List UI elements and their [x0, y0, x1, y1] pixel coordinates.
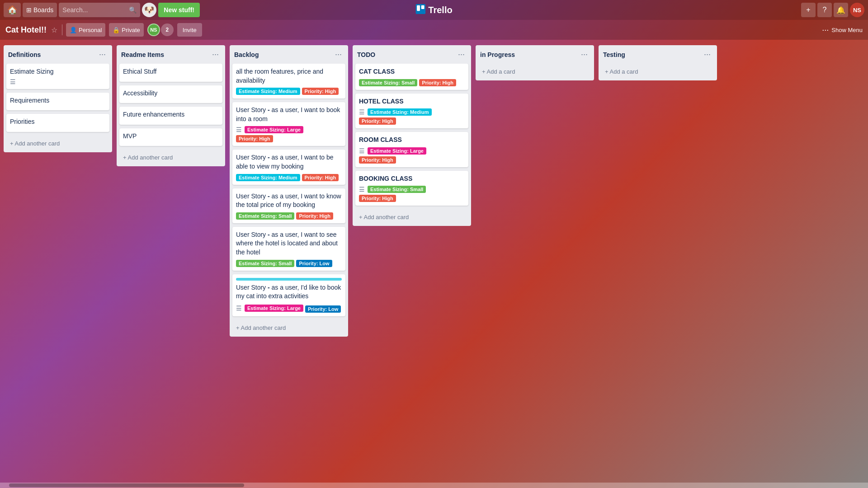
badge-priority-high: Priority: High	[302, 88, 339, 95]
column-cards-backlog: all the room features, price and availab…	[230, 64, 348, 320]
column-title-testing: Testing	[603, 51, 625, 58]
badge-estimate-small: Estimate Sizing: Small	[368, 186, 426, 193]
invite-button[interactable]: Invite	[177, 23, 202, 37]
column-inprogress: in Progress ··· + Add a card	[476, 45, 594, 80]
dog-avatar[interactable]: 🐶	[142, 3, 156, 17]
boards-button[interactable]: ⊞ Boards	[23, 3, 57, 17]
column-menu-testing[interactable]: ···	[702, 49, 712, 60]
badge-priority-high: Priority: High	[236, 135, 273, 142]
add-card-button-todo[interactable]: + Add another card	[355, 211, 468, 223]
person-icon: 👤	[70, 27, 77, 33]
card-accessibility[interactable]: Accessibility	[119, 85, 222, 103]
card-title: Estimate Sizing	[10, 67, 106, 76]
badge-estimate-large: Estimate Sizing: Large	[245, 305, 303, 312]
column-menu-inprogress[interactable]: ···	[579, 49, 590, 60]
trello-text: Trello	[428, 5, 452, 15]
add-card-button-testing[interactable]: + Add a card	[601, 66, 714, 78]
horizontal-scrollbar[interactable]	[0, 483, 868, 488]
card-cat-class[interactable]: CAT CLASS Estimate Sizing: Small Priorit…	[355, 64, 468, 90]
board-content: Definitions ··· Estimate Sizing ☰ Requir…	[0, 40, 868, 488]
card-estimate-sizing[interactable]: Estimate Sizing ☰	[6, 64, 109, 89]
column-menu-readme[interactable]: ···	[210, 49, 221, 60]
card-book-room[interactable]: User Story - as a user, I want to book i…	[232, 102, 345, 146]
visibility-button[interactable]: 👤 Personal	[66, 23, 105, 37]
card-title: User Story - as a user, I want to see wh…	[236, 230, 342, 257]
scrollbar-thumb	[9, 483, 244, 487]
badge-estimate-medium: Estimate Sizing: Medium	[236, 174, 300, 181]
member-avatars: NS 2	[147, 23, 174, 36]
badge-estimate-small: Estimate Sizing: Small	[236, 212, 294, 220]
privacy-button[interactable]: 🔒 Private	[109, 23, 143, 37]
boards-label: Boards	[33, 6, 53, 14]
badge-priority-high: Priority: High	[359, 117, 396, 125]
column-header-backlog: Backlog ···	[230, 45, 348, 64]
desc-icon: ☰	[359, 147, 365, 155]
column-title-inprogress: in Progress	[480, 51, 515, 58]
privacy-label: Private	[122, 27, 140, 33]
card-title: HOTEL CLASS	[359, 97, 465, 106]
notifications-button[interactable]: 🔔	[834, 3, 848, 17]
card-badges: Estimate Sizing: Small Priority: High	[236, 212, 342, 220]
card-future-enhancements[interactable]: Future enhancements	[119, 107, 222, 125]
home-button[interactable]: 🏠	[4, 3, 21, 17]
column-menu-backlog[interactable]: ···	[333, 49, 344, 60]
card-total-price[interactable]: User Story - as a user, I want to know t…	[232, 188, 345, 223]
board-title: Cat Hotel!!	[5, 25, 47, 35]
lock-icon: 🔒	[113, 27, 120, 33]
user-avatar[interactable]: NS	[850, 3, 864, 17]
nav-right: + ? 🔔 NS	[801, 3, 864, 17]
visibility-label: Personal	[79, 27, 102, 33]
star-button[interactable]: ☆	[50, 25, 58, 35]
new-stuff-button[interactable]: New stuff!	[158, 3, 200, 17]
column-title-definitions: Definitions	[8, 51, 41, 58]
column-cards-readme: Ethical Stuff Accessibility Future enhan…	[117, 64, 225, 150]
card-booking-class[interactable]: BOOKING CLASS ☰ Estimate Sizing: Small P…	[355, 171, 468, 206]
card-mvp[interactable]: MVP	[119, 128, 222, 146]
badge-estimate-medium: Estimate Sizing: Medium	[236, 88, 300, 95]
member-avatar-1[interactable]: NS	[147, 23, 160, 36]
column-header-readme: Readme Items ···	[117, 45, 225, 64]
show-menu-label: Show Menu	[831, 27, 863, 33]
badge-priority-low: Priority: Low	[305, 305, 341, 313]
add-card-button-readme[interactable]: + Add another card	[119, 151, 222, 164]
info-button[interactable]: ?	[817, 3, 832, 17]
desc-icon: ☰	[10, 78, 106, 85]
add-card-button-definitions[interactable]: + Add another card	[6, 137, 109, 150]
top-nav: 🏠 ⊞ Boards 🔍 🐶 New stuff! Trello + ? 🔔 N…	[0, 0, 868, 20]
card-hotel-location[interactable]: User Story - as a user, I want to see wh…	[232, 227, 345, 271]
boards-icon: ⊞	[26, 6, 32, 14]
svg-rect-2	[421, 5, 425, 9]
column-cards-todo: CAT CLASS Estimate Sizing: Small Priorit…	[353, 64, 471, 209]
card-title: Future enhancements	[123, 110, 219, 119]
column-backlog: Backlog ··· all the room features, price…	[230, 45, 348, 337]
column-header-inprogress: in Progress ···	[476, 45, 594, 64]
card-title: Requirements	[10, 96, 106, 105]
show-menu-button[interactable]: Show Menu	[831, 27, 863, 33]
column-title-todo: TODO	[357, 51, 375, 58]
member-count: 2	[161, 23, 174, 36]
card-badges: Estimate Sizing: Small Priority: Low	[236, 260, 342, 267]
card-view-booking[interactable]: User Story - as a user, I want to be abl…	[232, 150, 345, 184]
card-title: User Story - as a user, I want to be abl…	[236, 153, 342, 171]
add-card-button-inprogress[interactable]: + Add a card	[478, 66, 591, 78]
column-menu-definitions[interactable]: ···	[97, 49, 108, 60]
card-priorities[interactable]: Priorities	[6, 114, 109, 132]
desc-icon: ☰	[359, 186, 365, 193]
column-title-backlog: Backlog	[234, 51, 259, 58]
search-input[interactable]	[59, 3, 140, 17]
search-icon: 🔍	[129, 6, 137, 14]
column-cards-definitions: Estimate Sizing ☰ Requirements Prioritie…	[4, 64, 112, 136]
card-room-features[interactable]: all the room features, price and availab…	[232, 64, 345, 99]
badge-priority-low: Priority: Low	[296, 260, 332, 267]
column-header-testing: Testing ···	[599, 45, 717, 64]
card-room-class[interactable]: ROOM CLASS ☰ Estimate Sizing: Large Prio…	[355, 132, 468, 167]
add-card-button-backlog[interactable]: + Add another card	[232, 322, 345, 334]
card-title: Priorities	[10, 117, 106, 127]
card-requirements[interactable]: Requirements	[6, 93, 109, 111]
add-button[interactable]: +	[801, 3, 816, 17]
card-ethical-stuff[interactable]: Ethical Stuff	[119, 64, 222, 82]
card-extra-activities[interactable]: User Story - as a user, I'd like to book…	[232, 274, 345, 316]
card-hotel-class[interactable]: HOTEL CLASS ☰ Estimate Sizing: Medium Pr…	[355, 94, 468, 129]
column-menu-todo[interactable]: ···	[456, 49, 467, 60]
badge-priority-high: Priority: High	[359, 195, 396, 202]
